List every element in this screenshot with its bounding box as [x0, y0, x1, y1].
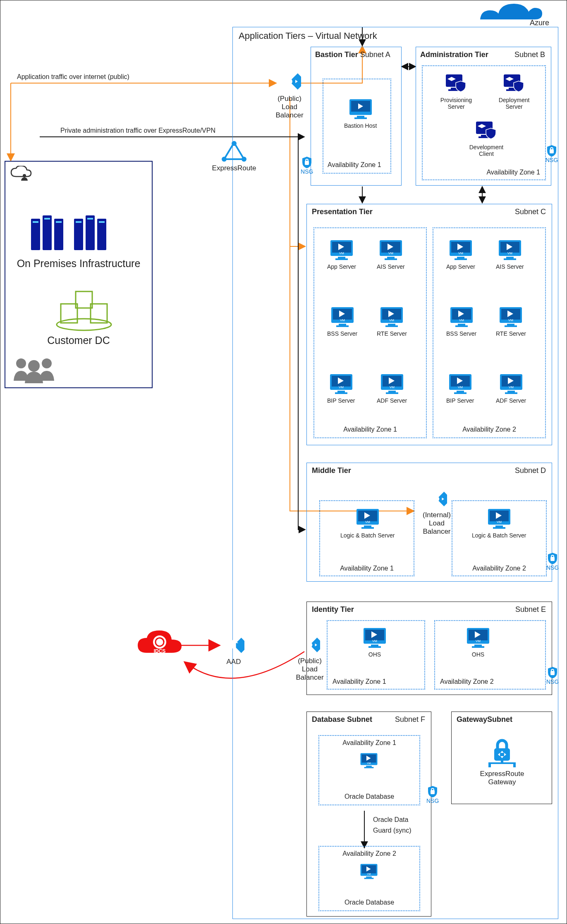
bastion-host-vm: Bastion Host — [344, 98, 377, 129]
svg-rect-84 — [337, 391, 345, 392]
expressroute: ExpressRoute — [215, 141, 253, 172]
svg-rect-79 — [507, 324, 514, 325]
svg-point-1 — [287, 79, 292, 84]
svg-rect-59 — [506, 257, 514, 258]
load-balancer-icon — [278, 70, 301, 93]
svg-rect-124 — [472, 646, 484, 648]
svg-rect-65 — [336, 325, 349, 327]
svg-rect-149 — [513, 764, 516, 767]
nsg-icon — [548, 553, 557, 564]
svg-rect-69 — [388, 324, 395, 325]
svg-rect-13 — [86, 215, 95, 250]
svg-text:VM: VM — [339, 251, 344, 255]
vm-node: VMApp Server — [327, 239, 356, 270]
svg-rect-119 — [368, 646, 381, 648]
svg-rect-28 — [354, 117, 367, 119]
svg-rect-64 — [339, 324, 346, 325]
diagram-canvas: Azure Application Tiers – Virtual Networ… — [0, 0, 567, 924]
nsg-icon — [548, 667, 557, 678]
bastion-tier: Bastion Tier Subnet A Bastion Host Avail… — [311, 47, 402, 186]
svg-rect-136 — [364, 767, 374, 768]
vm-icon: VM — [360, 863, 378, 880]
vm-node: VMADF Server — [496, 373, 526, 404]
database-subnet: Database Subnet Subnet F Availability Zo… — [306, 712, 431, 917]
svg-point-129 — [307, 642, 313, 648]
svg-text:VM: VM — [497, 520, 502, 524]
cloud-users-icon — [10, 166, 32, 182]
on-prem-box: On Premises Infrastructure Customer DC — [5, 161, 153, 388]
vm-node: VMBSS Server — [327, 306, 357, 337]
vm-icon: VM — [356, 508, 380, 530]
server-shield-icon — [444, 73, 468, 94]
svg-rect-147 — [501, 761, 503, 763]
ohs-vm-az2: VM OHS — [466, 627, 490, 658]
svg-rect-9 — [33, 221, 38, 223]
svg-text:VM: VM — [367, 873, 371, 875]
svg-text:VM: VM — [508, 318, 513, 322]
aad: AAD — [222, 635, 245, 666]
vm-icon: VM — [498, 239, 522, 261]
db-az1: Availability Zone 1 VM Oracle Database — [318, 735, 420, 805]
svg-point-24 — [28, 360, 40, 372]
vm-node: VMRTE Server — [496, 306, 526, 337]
vm-icon: VM — [360, 752, 378, 769]
svg-rect-15 — [76, 221, 81, 223]
server-shield-icon — [502, 73, 526, 94]
people-icon — [11, 356, 57, 383]
svg-rect-99 — [507, 391, 515, 392]
svg-text:VM: VM — [388, 251, 393, 255]
identity-tier: Identity Tier Subnet E Availability Zone… — [306, 602, 552, 695]
admin-az1: Provisioning Server Deployment Server De… — [422, 65, 546, 180]
expressroute-caption: ExpressRoute — [212, 164, 256, 172]
svg-rect-90 — [386, 392, 398, 394]
vm-icon: VM — [499, 373, 523, 395]
bastion-az1: Bastion Host Availability Zone 1 — [323, 79, 391, 174]
vm-node: VMRTE Server — [377, 306, 407, 337]
svg-text:VM: VM — [458, 385, 463, 389]
nsg-icon — [547, 145, 556, 157]
vm-icon: VM — [499, 306, 523, 328]
svg-rect-112 — [493, 527, 505, 529]
svg-text:IDCS: IDCS — [154, 648, 166, 654]
svg-point-3 — [242, 157, 246, 162]
provisioning-server: Provisioning Server — [438, 73, 475, 110]
svg-text:VM: VM — [509, 385, 514, 389]
svg-point-103 — [434, 497, 440, 502]
vm-icon: VM — [448, 373, 472, 395]
svg-rect-44 — [338, 257, 345, 258]
vm-node: VMADF Server — [377, 373, 407, 404]
nsg-middle: NSG — [546, 553, 559, 571]
on-prem-servers-icon — [30, 215, 106, 253]
svg-rect-7 — [43, 215, 52, 250]
svg-text:VM: VM — [476, 639, 481, 643]
svg-point-23 — [42, 358, 52, 368]
vm-icon: VM — [329, 373, 353, 395]
nsg-bastion: NSG — [301, 157, 313, 175]
vm-icon: VM — [330, 306, 354, 328]
svg-text:VM: VM — [390, 385, 395, 389]
svg-rect-135 — [366, 766, 372, 767]
vm-icon: VM — [380, 373, 404, 395]
vm-icon: VM — [380, 306, 404, 328]
vm-icon: VM — [450, 306, 474, 328]
svg-rect-74 — [458, 324, 465, 325]
er-gateway-icon — [484, 733, 520, 768]
logic-batch-vm-az2: VM Logic & Batch Server — [472, 508, 526, 539]
on-prem-infra-label: On Premises Infrastructure — [5, 258, 152, 270]
svg-rect-14 — [97, 219, 106, 250]
svg-rect-111 — [495, 525, 503, 527]
vm-icon: VM — [363, 627, 387, 649]
nsg-identity: NSG — [546, 667, 559, 685]
customer-dc-label: Customer DC — [5, 334, 152, 346]
ohs-vm-az1: VM OHS — [363, 627, 387, 658]
svg-rect-6 — [31, 219, 40, 250]
logic-batch-vm-az1: VM Logic & Batch Server — [340, 508, 395, 539]
vm-icon: VM — [449, 239, 473, 261]
identity-az2: Availability Zone 2 — [434, 620, 546, 690]
svg-rect-140 — [366, 876, 372, 878]
svg-rect-148 — [488, 764, 491, 767]
internal-load-balancer: (Internal) Load Balancer — [417, 489, 457, 536]
vm-node: VMBIP Server — [327, 373, 355, 404]
vm-node: VMBIP Server — [446, 373, 474, 404]
flow-private-label: Private administration traffic over Expr… — [60, 127, 215, 134]
